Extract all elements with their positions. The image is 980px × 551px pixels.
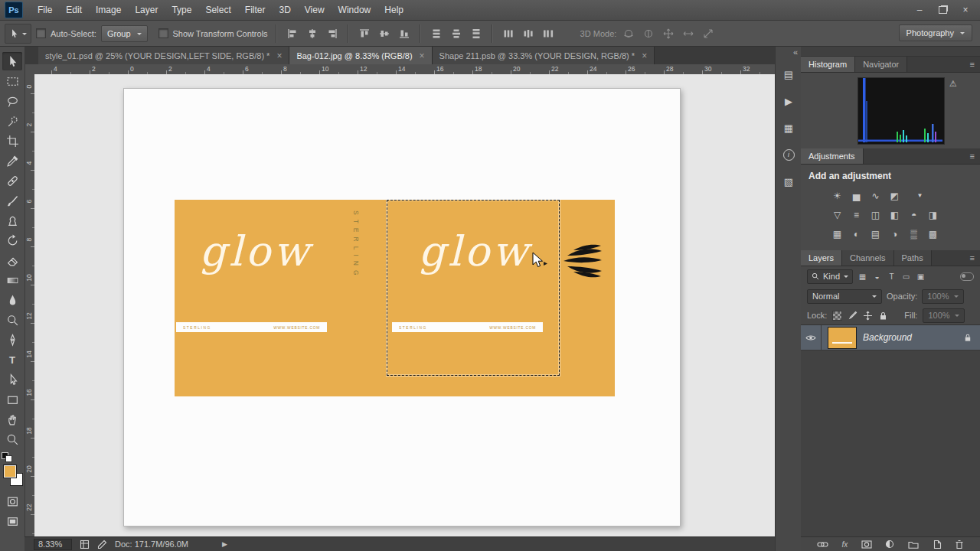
- foreground-color-swatch[interactable]: [3, 465, 17, 478]
- distribute-vertical-centers-icon[interactable]: [449, 26, 464, 41]
- panel-menu-icon[interactable]: ≡: [970, 60, 975, 69]
- menu-item-view[interactable]: View: [298, 0, 332, 20]
- tab-channels[interactable]: Channels: [842, 250, 893, 266]
- zoom-tool[interactable]: [2, 430, 22, 448]
- 3d-roll-icon[interactable]: [641, 26, 656, 41]
- menu-item-3d[interactable]: 3D: [272, 0, 297, 20]
- zoom-level-field[interactable]: 8.33%: [34, 539, 72, 550]
- opacity-field[interactable]: 100%: [922, 289, 963, 304]
- lasso-tool[interactable]: [2, 92, 22, 110]
- brightness-contrast-icon[interactable]: ☀: [829, 189, 845, 202]
- layer-row-background[interactable]: Background: [801, 325, 980, 350]
- actions-panel-icon[interactable]: ▶: [776, 92, 802, 110]
- link-layers-icon[interactable]: [817, 540, 828, 549]
- layer-filter-toggle[interactable]: [960, 272, 974, 281]
- filter-type-layers-icon[interactable]: T: [886, 271, 897, 282]
- clone-stamp-tool[interactable]: [2, 211, 22, 230]
- eraser-tool[interactable]: [2, 251, 22, 269]
- align-top-edges-icon[interactable]: [357, 26, 372, 41]
- menu-item-filter[interactable]: Filter: [238, 0, 273, 20]
- menu-item-select[interactable]: Select: [198, 0, 237, 20]
- auto-select-mode-dropdown[interactable]: Group: [101, 25, 148, 42]
- doc-tab-shape211[interactable]: Shape 211.psb @ 33.3% (YOUR DESIGN, RGB/…: [433, 47, 655, 64]
- dodge-tool[interactable]: [2, 311, 22, 329]
- posterize-icon[interactable]: ▤: [867, 227, 884, 240]
- swatches-panel-icon[interactable]: ▦: [776, 119, 802, 137]
- menu-item-edit[interactable]: Edit: [59, 0, 89, 20]
- close-button[interactable]: ×: [954, 2, 977, 18]
- tab-close-icon[interactable]: ×: [642, 51, 647, 60]
- auto-select-checkbox[interactable]: [36, 28, 46, 38]
- panel-menu-icon[interactable]: ≡: [970, 152, 975, 161]
- screen-mode-button[interactable]: [2, 512, 22, 530]
- color-balance-icon[interactable]: ◫: [867, 208, 884, 221]
- tool-preset-picker[interactable]: [5, 24, 31, 44]
- color-lookup-icon[interactable]: ▦: [829, 227, 845, 240]
- blur-tool[interactable]: [2, 291, 22, 309]
- doc-tab-style01[interactable]: style_01.psd @ 25% (YOUR DESIGN,LEFT SID…: [38, 47, 289, 64]
- adjustments-more-icon[interactable]: ▼: [912, 189, 928, 202]
- info-panel-icon[interactable]: i: [776, 145, 802, 164]
- layer-visibility-toggle[interactable]: [801, 325, 822, 350]
- lock-transparency-icon[interactable]: [832, 311, 842, 321]
- new-group-icon[interactable]: [908, 540, 919, 549]
- path-selection-tool[interactable]: [2, 370, 22, 389]
- history-brush-tool[interactable]: [2, 231, 22, 249]
- tab-adjustments[interactable]: Adjustments: [801, 148, 864, 164]
- hand-tool[interactable]: [2, 410, 22, 429]
- channel-mixer-icon[interactable]: ◨: [925, 208, 941, 221]
- selective-color-icon[interactable]: ▩: [925, 227, 941, 240]
- vertical-ruler[interactable]: 0246810121416182022: [24, 74, 35, 537]
- canvas-viewport[interactable]: glow glow STERLING STERLING WWW.WEBSITE.…: [34, 74, 775, 537]
- threshold-icon[interactable]: ◑: [887, 227, 903, 240]
- new-layer-icon[interactable]: [933, 540, 942, 549]
- shape-tool[interactable]: [2, 390, 22, 409]
- menu-item-file[interactable]: File: [31, 0, 59, 20]
- distribute-top-edges-icon[interactable]: [429, 26, 444, 41]
- black-white-icon[interactable]: ◧: [887, 208, 903, 221]
- tab-navigator[interactable]: Navigator: [855, 57, 907, 72]
- lock-position-icon[interactable]: [863, 311, 873, 321]
- quick-mask-button[interactable]: [2, 492, 22, 510]
- doc-tab-bag012[interactable]: Bag-012.jpg @ 8.33% (RGB/8) ×: [289, 47, 432, 64]
- brush-tool[interactable]: [2, 191, 22, 210]
- selection-marquee[interactable]: [387, 200, 560, 376]
- menu-item-type[interactable]: Type: [165, 0, 198, 20]
- menu-item-image[interactable]: Image: [89, 0, 128, 20]
- layer-style-icon[interactable]: fx: [841, 540, 848, 549]
- layer-name[interactable]: Background: [863, 332, 912, 343]
- eyedropper-tool[interactable]: [2, 152, 22, 170]
- histogram-warning-icon[interactable]: ⚠: [949, 79, 957, 89]
- align-right-edges-icon[interactable]: [325, 26, 340, 41]
- status-grid-icon[interactable]: [80, 540, 90, 549]
- photo-filter-icon[interactable]: ◓: [906, 208, 922, 221]
- 3d-scale-icon[interactable]: [701, 26, 716, 41]
- move-tool[interactable]: [2, 52, 22, 70]
- 3d-drag-icon[interactable]: [661, 26, 676, 41]
- gradient-map-icon[interactable]: ▒: [906, 227, 922, 240]
- invert-icon[interactable]: ◐: [848, 227, 864, 240]
- show-transform-checkbox[interactable]: [158, 28, 168, 38]
- new-adjustment-icon[interactable]: [885, 540, 894, 549]
- type-tool[interactable]: T: [2, 350, 22, 369]
- hue-saturation-icon[interactable]: ≡: [848, 208, 864, 221]
- restore-button[interactable]: [931, 2, 954, 18]
- minimize-button[interactable]: –: [908, 2, 931, 18]
- tab-close-icon[interactable]: ×: [420, 51, 425, 60]
- horizontal-ruler[interactable]: 4202468101214161820222426283032: [34, 64, 775, 75]
- history-panel-icon[interactable]: ▤: [776, 65, 802, 83]
- curves-icon[interactable]: ∿: [867, 189, 884, 202]
- filter-shape-layers-icon[interactable]: ▭: [900, 271, 912, 282]
- tab-layers[interactable]: Layers: [801, 250, 842, 266]
- pen-tool[interactable]: [2, 331, 22, 349]
- menu-item-window[interactable]: Window: [332, 0, 378, 20]
- filter-pixel-layers-icon[interactable]: ▦: [857, 271, 868, 282]
- align-horizontal-centers-icon[interactable]: [305, 26, 320, 41]
- filter-smart-objects-icon[interactable]: ▣: [915, 271, 926, 282]
- add-mask-icon[interactable]: [861, 540, 872, 549]
- tab-paths[interactable]: Paths: [894, 250, 932, 266]
- filter-adjustment-layers-icon[interactable]: ◒: [871, 271, 883, 282]
- distribute-horizontal-centers-icon[interactable]: [521, 26, 536, 41]
- layer-filter-kind-dropdown[interactable]: Kind: [807, 269, 853, 284]
- layer-thumbnail[interactable]: [828, 327, 857, 349]
